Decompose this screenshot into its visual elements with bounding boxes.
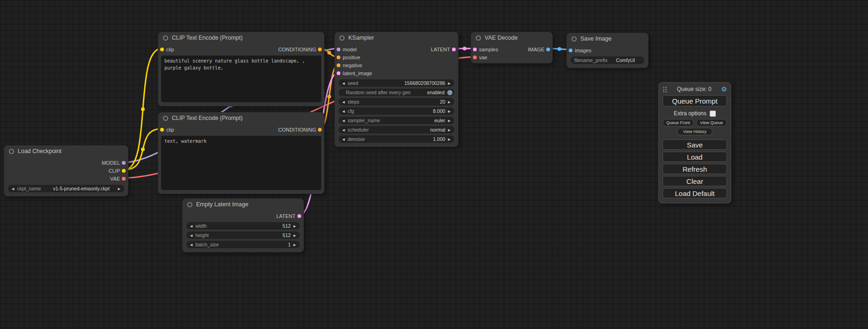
- settings-gear-icon[interactable]: ⚙: [721, 86, 727, 92]
- collapse-icon[interactable]: [572, 36, 577, 42]
- batch-size-widget[interactable]: ◀ batch_size 1 ▶: [186, 241, 300, 248]
- scheduler-widget[interactable]: ◀ scheduler normal ▶: [339, 126, 454, 133]
- node-title: CLIP Text Encode (Prompt): [172, 35, 243, 41]
- next-value-icon[interactable]: ▶: [448, 119, 451, 122]
- seed-widget[interactable]: ◀ seed 156680208700286 ▶: [339, 79, 454, 87]
- decrement-icon[interactable]: ◀: [342, 110, 345, 113]
- extra-options-checkbox[interactable]: [710, 111, 716, 117]
- cfg-widget[interactable]: ◀ cfg 8.000 ▶: [339, 107, 454, 115]
- node-clip-text-encode-negative[interactable]: CLIP Text Encode (Prompt) clip CONDITION…: [158, 112, 325, 194]
- decrement-icon[interactable]: ◀: [342, 82, 345, 85]
- control-after-generate-widget[interactable]: Random seed after every gen enabled: [339, 89, 454, 96]
- collapse-icon[interactable]: [187, 202, 192, 207]
- node-title: CLIP Text Encode (Prompt): [172, 115, 243, 121]
- clip-output-dot[interactable]: [122, 169, 126, 173]
- negative-input-dot[interactable]: [337, 63, 340, 67]
- width-widget[interactable]: ◀ width 512 ▶: [186, 222, 300, 230]
- filename-prefix-widget[interactable]: filename_prefix ComfyUI: [571, 56, 644, 64]
- clear-button[interactable]: Clear: [663, 176, 727, 186]
- load-default-button[interactable]: Load Default: [663, 188, 727, 198]
- node-empty-latent-image[interactable]: Empty Latent Image LATENT ◀ width 512 ▶ …: [182, 198, 304, 252]
- widget-label: ckpt_name: [17, 186, 41, 191]
- comfy-menu-panel: Queue size: 0 ⚙ Queue Prompt Extra optio…: [658, 82, 731, 203]
- decrement-icon[interactable]: ◀: [190, 243, 192, 246]
- increment-icon[interactable]: ▶: [448, 82, 451, 85]
- slot-row: LATENT: [183, 212, 303, 220]
- increment-icon[interactable]: ▶: [294, 243, 296, 246]
- increment-icon[interactable]: ▶: [448, 100, 451, 104]
- increment-icon[interactable]: ▶: [448, 110, 451, 113]
- latent-output-dot[interactable]: [297, 214, 301, 218]
- save-button[interactable]: Save: [663, 140, 727, 150]
- link-midpoint-dot: [463, 47, 466, 50]
- model-output-dot[interactable]: [122, 161, 126, 165]
- collapse-icon[interactable]: [163, 35, 168, 41]
- clip-input-dot[interactable]: [160, 48, 164, 51]
- widget-value: v1-5-pruned-emaonly.ckpt: [53, 186, 109, 191]
- node-titlebar[interactable]: CLIP Text Encode (Prompt): [158, 112, 324, 124]
- collapse-icon[interactable]: [339, 35, 345, 41]
- decrement-icon[interactable]: ◀: [342, 138, 345, 141]
- prompt-textarea[interactable]: beautiful scenery nature glass bottle la…: [161, 56, 321, 102]
- node-titlebar[interactable]: Save Image: [567, 33, 648, 44]
- node-titlebar[interactable]: VAE Decode: [471, 32, 552, 43]
- image-output-dot[interactable]: [546, 48, 550, 51]
- next-value-icon[interactable]: ▶: [448, 128, 451, 132]
- conditioning-output-dot[interactable]: [318, 128, 322, 132]
- node-titlebar[interactable]: KSampler: [335, 32, 458, 43]
- steps-widget[interactable]: ◀ steps 20 ▶: [339, 98, 454, 105]
- next-value-icon[interactable]: ▶: [118, 187, 120, 190]
- decrement-icon[interactable]: ◀: [190, 224, 192, 228]
- latent-output-dot[interactable]: [452, 48, 456, 51]
- collapse-icon[interactable]: [9, 149, 14, 154]
- load-button[interactable]: Load: [663, 152, 727, 162]
- vae-output-dot[interactable]: [122, 177, 126, 181]
- denoise-widget[interactable]: ◀ denoise 1.000 ▶: [339, 135, 454, 143]
- prev-value-icon[interactable]: ◀: [12, 187, 14, 190]
- increment-icon[interactable]: ▶: [294, 234, 296, 237]
- widget-value: normal: [430, 127, 445, 133]
- node-titlebar[interactable]: Empty Latent Image: [183, 199, 303, 210]
- widget-label: sampler_name: [347, 118, 380, 123]
- sampler-name-widget[interactable]: ◀ sampler_name euler ▶: [339, 117, 454, 124]
- positive-input-dot[interactable]: [337, 56, 340, 59]
- node-title: Empty Latent Image: [196, 201, 248, 208]
- view-queue-button[interactable]: View Queue: [696, 119, 727, 126]
- clip-input-dot[interactable]: [160, 128, 164, 132]
- ckpt-name-widget[interactable]: ◀ ckpt_name v1-5-pruned-emaonly.ckpt ▶: [8, 185, 124, 192]
- node-clip-text-encode-positive[interactable]: CLIP Text Encode (Prompt) clip CONDITION…: [158, 32, 325, 106]
- node-save-image[interactable]: Save Image images filename_prefix ComfyU…: [566, 33, 649, 68]
- samples-input-dot[interactable]: [473, 48, 477, 51]
- collapse-icon[interactable]: [163, 116, 168, 121]
- vae-input-dot[interactable]: [473, 56, 477, 59]
- images-input-dot[interactable]: [569, 49, 572, 52]
- refresh-button[interactable]: Refresh: [663, 164, 727, 174]
- decrement-icon[interactable]: ◀: [342, 100, 345, 104]
- increment-icon[interactable]: ▶: [448, 138, 451, 141]
- increment-icon[interactable]: ▶: [294, 224, 296, 228]
- height-widget[interactable]: ◀ height 512 ▶: [186, 231, 300, 239]
- latent-image-input-dot[interactable]: [337, 71, 340, 75]
- node-load-checkpoint[interactable]: Load Checkpoint MODEL CLIP VAE ◀ ckpt_na…: [4, 145, 128, 196]
- node-titlebar[interactable]: CLIP Text Encode (Prompt): [158, 32, 324, 43]
- conditioning-output-dot[interactable]: [318, 48, 322, 51]
- slot-row: negative: [335, 61, 458, 69]
- node-titlebar[interactable]: Load Checkpoint: [4, 146, 128, 157]
- toggle-knob-icon[interactable]: [447, 90, 452, 95]
- node-title: Load Checkpoint: [18, 148, 62, 154]
- node-vae-decode[interactable]: VAE Decode samples IMAGE vae: [471, 32, 553, 63]
- queue-front-button[interactable]: Queue Front: [663, 119, 694, 126]
- collapse-icon[interactable]: [476, 35, 481, 41]
- model-input-dot[interactable]: [337, 48, 340, 51]
- queue-prompt-button[interactable]: Queue Prompt: [663, 95, 727, 106]
- decrement-icon[interactable]: ◀: [190, 234, 192, 237]
- prev-value-icon[interactable]: ◀: [342, 119, 345, 122]
- prompt-textarea[interactable]: text, watermark: [161, 136, 321, 190]
- graph-canvas[interactable]: { "colors": { "model": "#B39DDB", "clip"…: [0, 0, 868, 329]
- node-ksampler[interactable]: KSampler model LATENT positive negative …: [334, 32, 459, 147]
- view-history-button[interactable]: View History: [677, 128, 713, 135]
- widget-value: 8.000: [433, 108, 445, 114]
- prev-value-icon[interactable]: ◀: [342, 128, 345, 132]
- link-midpoint-dot: [141, 107, 145, 111]
- menu-drag-handle-icon[interactable]: [663, 86, 667, 92]
